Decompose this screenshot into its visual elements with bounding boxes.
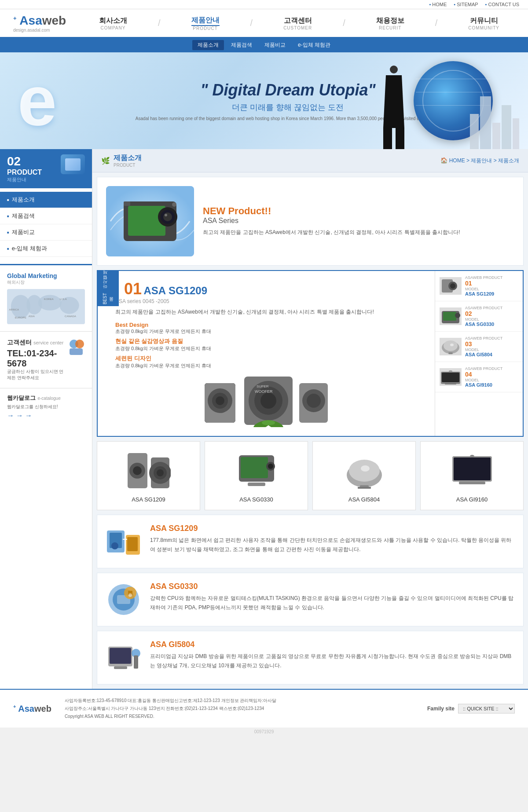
feature-2: 현실 같은 실감영상과 음질 초경량 0.8kg의 가벼운 무게로 언제든지 휴… bbox=[115, 337, 417, 352]
svg-rect-56 bbox=[445, 383, 456, 384]
svg-rect-76 bbox=[454, 457, 491, 480]
product-list-text-1: ASA SG1209 177.8mm의 넓은 화면에서 쉽고 편리한 사용자 조… bbox=[150, 524, 514, 554]
featured-left: BEST 아사랩 제품 01 ASA SG1209 ASA series 004… bbox=[98, 271, 435, 436]
nav-recruit[interactable]: 채용정보 RECURIT bbox=[376, 16, 404, 30]
breadcrumb-title: 제품소개 bbox=[114, 154, 142, 163]
featured-desc: 최고의 제품만을 고집하는 ASAweb에서 개발한 신기술, 신개념의 결정체… bbox=[115, 308, 417, 316]
sidebar-menu-search[interactable]: 제품검색 bbox=[0, 208, 92, 224]
svg-point-12 bbox=[75, 340, 84, 348]
new-product-series: ASA Series bbox=[203, 217, 460, 225]
sub-nav-search[interactable]: 제품검색 bbox=[226, 40, 257, 50]
svg-rect-55 bbox=[442, 373, 459, 382]
product-card-name-sg0330: ASA SG0330 bbox=[212, 496, 301, 503]
svg-point-21 bbox=[172, 202, 176, 207]
top-nav-home[interactable]: HOME bbox=[429, 2, 447, 7]
top-nav-sitemap[interactable]: SITEMAP bbox=[454, 2, 478, 7]
footer-family: Family site :: QUICK SITE :: bbox=[427, 704, 515, 713]
nav-customer[interactable]: 고객센터 CUSTOMER bbox=[283, 16, 312, 30]
thumb-label-3: ASAWEB PRODUCT bbox=[465, 336, 502, 340]
watermark: 00971929 bbox=[0, 728, 528, 736]
product-card-name-gi9160: ASA GI9160 bbox=[428, 496, 516, 503]
product-card-gi5804[interactable]: ASA GI5804 bbox=[312, 441, 416, 510]
product-list-icon-3 bbox=[106, 640, 141, 675]
sidebar-menu-experience[interactable]: e-입체 체험과 bbox=[0, 241, 92, 257]
thumb-label-2: ASAWEB PRODUCT bbox=[465, 306, 502, 310]
breadcrumb-bar: 🌿 제품소개 PRODUCT 🏠 HOME > 제품안내 > 제품소개 bbox=[92, 149, 528, 172]
svg-text:AFRICA: AFRICA bbox=[9, 308, 19, 311]
svg-point-72 bbox=[361, 465, 370, 472]
footer: + Asaweb 사업자등록번호:123-45-678910 대표:홍길동 통신… bbox=[0, 689, 528, 728]
header: + Asaweb design.asadal.com 회사소개 COMPANY … bbox=[0, 9, 528, 38]
svg-rect-22 bbox=[124, 201, 130, 206]
logo-asa: + Asaweb bbox=[13, 14, 66, 27]
logo[interactable]: + Asaweb design.asadal.com bbox=[13, 14, 84, 33]
nav-company[interactable]: 회사소개 COMPANY bbox=[99, 16, 127, 30]
breadcrumb-path: 🏠 HOME > 제품안내 > 제품소개 bbox=[440, 157, 519, 165]
nav-product[interactable]: 제품안내 PRODUCT bbox=[191, 16, 220, 31]
product-card-img-gi5804 bbox=[320, 449, 408, 493]
svg-point-89 bbox=[128, 593, 132, 597]
product-card-name-gi5804: ASA GI5804 bbox=[320, 496, 408, 503]
svg-point-19 bbox=[163, 212, 172, 221]
sub-nav-compare[interactable]: 제품비교 bbox=[259, 40, 291, 50]
product-thumb-2[interactable]: ASAWEB PRODUCT 02 MODEL ASA SG0330 bbox=[435, 301, 523, 332]
product-card-name-sg1209: ASA SG1209 bbox=[104, 496, 193, 503]
svg-rect-77 bbox=[459, 482, 485, 484]
product-card-sg1209[interactable]: ASA SG1209 bbox=[97, 441, 200, 510]
featured-model: ASA series 0045 -2005 bbox=[115, 298, 426, 304]
svg-point-31 bbox=[260, 393, 276, 409]
new-product-desc: 최고의 제품만을 고집하는 ASAweb에서 개발한 신기술, 신개념의 결정체… bbox=[203, 228, 460, 237]
service-center-section: 고객센터 service center TEL:01-234-5678 궁금하신… bbox=[0, 331, 92, 388]
product-list-text-3: ASA GI5804 프리미엄급 지상파 DMB 방송을 위한 제품이므로 고품… bbox=[150, 640, 514, 670]
sidebar-menu-intro[interactable]: 제품소개 bbox=[0, 192, 92, 208]
featured-name: ASA SG1209 bbox=[144, 285, 208, 296]
breadcrumb-en: PRODUCT bbox=[114, 163, 142, 168]
feature-desc-3: 초경량 0.8kg의 가벼운 무게로 언제든지 휴대 bbox=[115, 362, 417, 369]
catalogue-section: 웹카달로그 e-catalogue 웹카달로그를 신청하세요! → → → bbox=[0, 388, 92, 425]
product-card-gi9160[interactable]: ASA GI9160 bbox=[420, 441, 524, 510]
product-thumb-3[interactable]: ASAWEB PRODUCT 03 MODEL ASA GI5804 bbox=[435, 332, 523, 362]
footer-quick-site[interactable]: :: QUICK SITE :: bbox=[458, 704, 515, 713]
sidebar-header: 02 PRODUCT 제품안내 bbox=[0, 149, 92, 188]
product-list-desc-2: 강력한 CPU와 함께하는 자유로운 멀티테스킹(MULTI TASKING) … bbox=[150, 594, 514, 612]
svg-rect-74 bbox=[358, 487, 371, 489]
product-list-item-2: ASA SG0330 강력한 CPU와 함께하는 자유로운 멀티테스킹(MULT… bbox=[97, 573, 524, 626]
sub-nav-intro[interactable]: 제품소개 bbox=[192, 40, 224, 50]
thumb-name-2: ASA SG0330 bbox=[465, 322, 502, 327]
sidebar-subtitle: 제품안내 bbox=[7, 176, 85, 183]
feature-title-2: 현실 같은 실감영상과 음질 bbox=[115, 337, 417, 345]
new-product-text: NEW Product!! ASA Series 최고의 제품만을 고집하는 A… bbox=[203, 205, 460, 237]
svg-text:KOREA: KOREA bbox=[44, 297, 54, 300]
feature-desc-2: 초경량 0.8kg의 가벼운 무게로 언제든지 휴대 bbox=[115, 345, 417, 352]
svg-rect-69 bbox=[248, 483, 265, 486]
svg-rect-66 bbox=[241, 457, 268, 478]
catalogue-title: 웹카달로그 bbox=[7, 395, 36, 401]
product-thumb-4[interactable]: ASAWEB PRODUCT 04 MODEL ASA GI9160 bbox=[435, 362, 523, 392]
featured-features: Best Design 초경량 0.8kg의 가벼운 무게로 언제든지 휴대 현… bbox=[115, 322, 417, 369]
thumb-img-1 bbox=[440, 277, 462, 295]
svg-point-43 bbox=[450, 283, 455, 289]
thumb-num-1: 01 bbox=[465, 280, 502, 287]
feature-title-1: Best Design bbox=[115, 322, 417, 328]
product-list-name-2: ASA SG0330 bbox=[150, 582, 514, 591]
svg-point-50 bbox=[444, 340, 458, 351]
thumb-name-1: ASA SG1209 bbox=[465, 291, 502, 296]
thumb-label-1: ASAWEB PRODUCT bbox=[465, 275, 502, 280]
svg-text:EUROPE: EUROPE bbox=[15, 316, 26, 319]
svg-rect-46 bbox=[443, 312, 456, 321]
nav-community[interactable]: 커뮤니티 COMMUNITY bbox=[468, 16, 499, 30]
product-list: ASA SG1209 177.8mm의 넓은 화면에서 쉽고 편리한 사용자 조… bbox=[97, 515, 524, 684]
product-thumb-1[interactable]: ASAWEB PRODUCT 01 MODEL ASA SG1209 bbox=[435, 271, 523, 301]
sidebar-menu-compare[interactable]: 제품비교 bbox=[0, 224, 92, 241]
product-card-sg0330[interactable]: ASA SG0330 bbox=[205, 441, 308, 510]
thumb-label-4: ASAWEB PRODUCT bbox=[465, 366, 502, 371]
footer-info-3: Copyright ASA WEB ALL RIGHT RESERVED. bbox=[65, 713, 414, 721]
logo-subtitle: design.asadal.com bbox=[13, 28, 84, 33]
top-nav-contact[interactable]: CONTACT US bbox=[485, 2, 519, 7]
service-desc: 궁금하신 사항이 있으시면 언제든 연락주세요 bbox=[7, 369, 67, 381]
thumb-name-4: ASA GI9160 bbox=[465, 382, 502, 388]
svg-rect-82 bbox=[127, 537, 138, 551]
sub-nav-experience[interactable]: e-입체 체험관 bbox=[293, 40, 336, 50]
product-list-name-3: ASA GI5804 bbox=[150, 640, 514, 649]
thumb-img-4 bbox=[440, 368, 462, 386]
